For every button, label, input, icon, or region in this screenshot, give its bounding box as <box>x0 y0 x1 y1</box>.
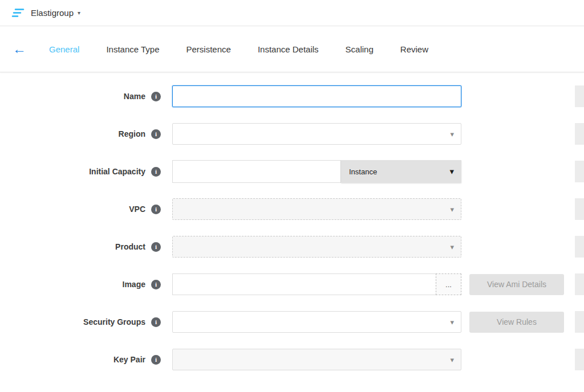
wizard-nav: ← General Instance Type Persistence Inst… <box>0 26 584 72</box>
view-rules-button[interactable]: View Rules <box>469 312 564 333</box>
name-label: Name <box>124 92 145 101</box>
info-icon[interactable]: i <box>151 129 161 139</box>
name-label-group: Name i <box>0 92 161 101</box>
tab-review[interactable]: Review <box>400 44 428 54</box>
info-icon[interactable]: i <box>151 242 161 252</box>
security-groups-select[interactable]: ▾ <box>172 311 461 333</box>
elastigroup-logo-icon <box>11 7 25 19</box>
initial-capacity-label-group: Initial Capacity i <box>0 167 161 177</box>
info-icon[interactable]: i <box>151 92 161 101</box>
right-edge-fragment <box>575 311 584 333</box>
key-pair-select[interactable]: ▾ <box>172 349 461 370</box>
right-edge-fragment <box>575 85 584 107</box>
vpc-row: VPC i ▾ <box>0 198 584 220</box>
region-label-group: Region i <box>0 129 161 139</box>
image-label: Image <box>123 280 145 289</box>
vpc-label-group: VPC i <box>0 205 161 214</box>
tab-persistence[interactable]: Persistence <box>186 44 231 54</box>
general-settings-form: Name i Region i ▾ Initial Capacity i <box>0 72 584 371</box>
product-label: Product <box>115 242 145 251</box>
right-edge-fragment <box>575 349 584 370</box>
initial-capacity-field-col: Instance ▾ <box>172 160 461 183</box>
info-icon[interactable]: i <box>151 355 161 365</box>
tab-general[interactable]: General <box>49 44 79 54</box>
chevron-down-icon: ▾ <box>450 356 454 364</box>
tab-instance-details[interactable]: Instance Details <box>258 44 319 54</box>
info-icon[interactable]: i <box>151 280 161 289</box>
region-field-col: ▾ <box>172 123 461 145</box>
tab-scaling[interactable]: Scaling <box>346 44 374 54</box>
top-bar: Elastigroup ▾ <box>0 0 584 26</box>
chevron-down-icon: ▾ <box>449 166 454 177</box>
right-edge-fragment <box>575 236 584 258</box>
chevron-down-icon: ▾ <box>450 318 454 326</box>
product-select: ▾ <box>172 236 461 258</box>
vpc-label: VPC <box>129 205 145 214</box>
view-ami-details-button[interactable]: View Ami Details <box>469 274 564 295</box>
chevron-down-icon: ▾ <box>450 205 454 214</box>
info-icon[interactable]: i <box>151 167 161 177</box>
vpc-select: ▾ <box>172 198 461 220</box>
initial-capacity-row: Initial Capacity i Instance ▾ <box>0 160 584 183</box>
key-pair-label-group: Key Pair i <box>0 355 161 365</box>
right-edge-fragment <box>575 123 584 145</box>
initial-capacity-input[interactable] <box>172 160 341 183</box>
name-row: Name i <box>0 85 584 108</box>
security-groups-field-col: ▾ <box>172 311 461 333</box>
image-input[interactable] <box>172 273 436 295</box>
image-field-col: ... <box>172 273 461 295</box>
key-pair-label: Key Pair <box>113 355 145 364</box>
image-browse-button[interactable]: ... <box>436 273 461 295</box>
right-edge-fragment <box>575 198 584 220</box>
product-label-group: Product i <box>0 242 161 252</box>
chevron-down-icon: ▾ <box>450 130 454 138</box>
chevron-down-icon: ▾ <box>78 10 80 16</box>
product-switcher-label: Elastigroup <box>31 8 74 18</box>
tab-instance-type[interactable]: Instance Type <box>106 44 159 54</box>
product-switcher[interactable]: Elastigroup ▾ <box>31 8 80 18</box>
info-icon[interactable]: i <box>151 205 161 214</box>
ellipsis-icon: ... <box>445 280 452 289</box>
product-field-col: ▾ <box>172 236 461 258</box>
region-select[interactable]: ▾ <box>172 123 461 145</box>
right-edge-fragment <box>575 161 584 182</box>
back-arrow-icon[interactable]: ← <box>13 42 26 56</box>
security-groups-row: Security Groups i ▾ View Rules <box>0 311 584 333</box>
right-edge-fragment <box>575 273 584 295</box>
vpc-field-col: ▾ <box>172 198 461 220</box>
image-label-group: Image i <box>0 280 161 289</box>
product-row: Product i ▾ <box>0 235 584 258</box>
region-row: Region i ▾ <box>0 122 584 145</box>
capacity-unit-value: Instance <box>349 168 377 176</box>
key-pair-field-col: ▾ <box>172 349 461 370</box>
name-input[interactable] <box>172 85 461 107</box>
security-groups-label-group: Security Groups i <box>0 317 161 327</box>
security-groups-label: Security Groups <box>83 317 145 326</box>
chevron-down-icon: ▾ <box>450 243 454 251</box>
key-pair-row: Key Pair i ▾ <box>0 348 584 371</box>
region-label: Region <box>119 129 145 138</box>
name-field-col <box>172 85 461 107</box>
image-row: Image i ... View Ami Details <box>0 273 584 296</box>
info-icon[interactable]: i <box>151 317 161 327</box>
capacity-unit-select[interactable]: Instance ▾ <box>341 160 461 183</box>
initial-capacity-label: Initial Capacity <box>89 167 145 176</box>
